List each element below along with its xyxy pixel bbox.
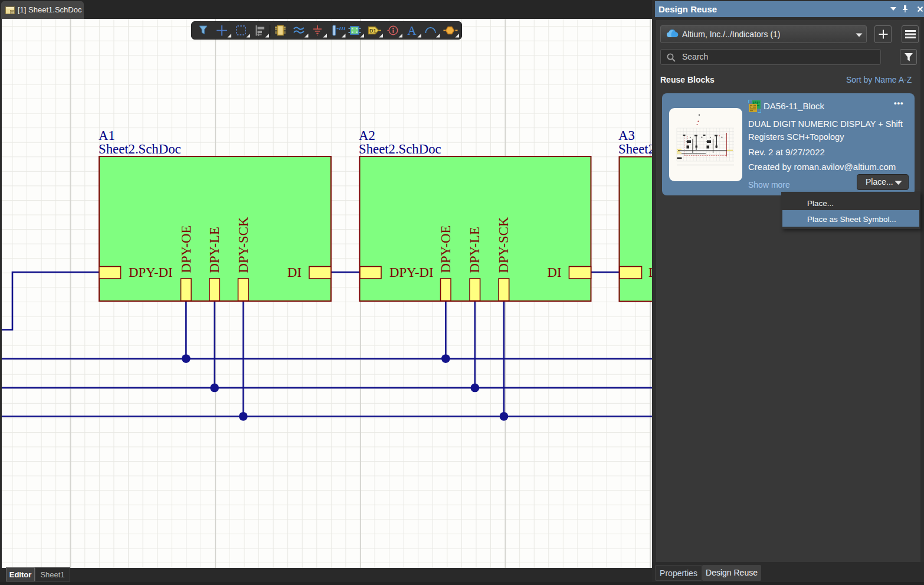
svg-text:DPY-DI: DPY-DI xyxy=(389,265,434,280)
svg-text:DI: DI xyxy=(287,265,302,280)
svg-text:Sheet2.SchDoc: Sheet2.SchDoc xyxy=(99,142,181,156)
svg-text:A3: A3 xyxy=(618,128,635,143)
svg-text:D1: D1 xyxy=(369,28,376,34)
svg-text:DPY-SCK: DPY-SCK xyxy=(496,217,511,273)
svg-text:Sheet2.SchDoc: Sheet2.SchDoc xyxy=(618,142,652,156)
svg-text:DPY-OE: DPY-OE xyxy=(179,225,194,273)
svg-text:DPY-LE: DPY-LE xyxy=(467,227,482,273)
svg-text:DPY-LE: DPY-LE xyxy=(207,227,222,273)
svg-text:DI: DI xyxy=(547,265,561,280)
svg-text:DPY-OE: DPY-OE xyxy=(438,225,453,273)
svg-text:Sheet2.SchDoc: Sheet2.SchDoc xyxy=(359,142,441,156)
svg-text:A: A xyxy=(407,24,417,38)
svg-text:A1: A1 xyxy=(99,128,115,143)
svg-text:A2: A2 xyxy=(359,128,375,143)
svg-text:DPY-SCK: DPY-SCK xyxy=(236,217,251,273)
svg-text:DPY-DI: DPY-DI xyxy=(129,265,173,280)
